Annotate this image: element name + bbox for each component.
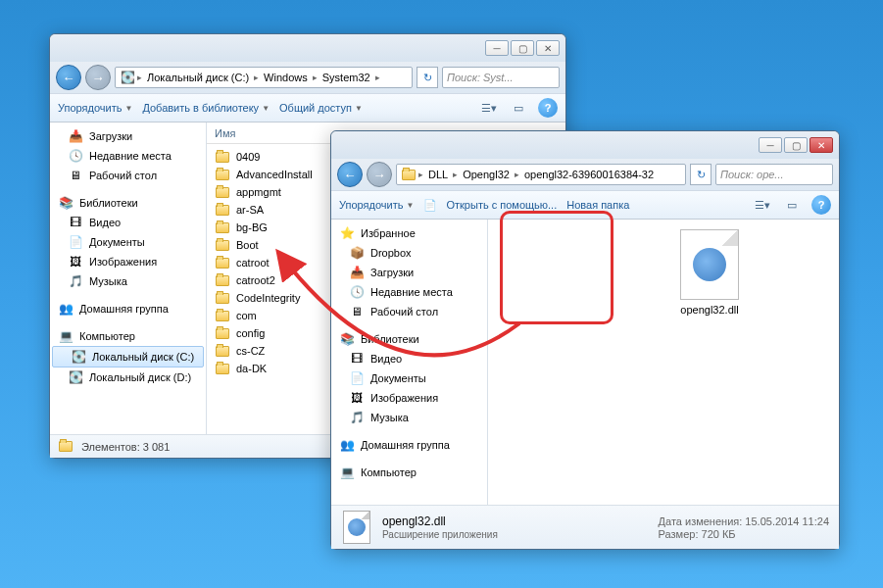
sidebar-item-drive-d[interactable]: 💽Локальный диск (D:) [50, 368, 206, 387]
sidebar-item-downloads[interactable]: 📥Загрузки [50, 126, 206, 146]
titlebar[interactable]: ─ ▢ ✕ [331, 131, 839, 159]
sidebar-item-videos[interactable]: 🎞Видео [331, 349, 487, 368]
refresh-button[interactable]: ↻ [417, 67, 438, 88]
document-icon: 📄 [68, 234, 83, 250]
help-button[interactable]: ? [811, 195, 831, 215]
search-input[interactable]: Поиск: Syst... [442, 67, 560, 88]
view-menu-button[interactable]: ☰▾ [753, 195, 772, 215]
document-icon: 📄 [349, 370, 365, 386]
new-folder-button[interactable]: Новая папка [566, 199, 629, 211]
homegroup-icon: 👥 [339, 437, 355, 453]
address-bar[interactable]: 💽 ▸ Локальный диск (C:) ▸ Windows ▸ Syst… [115, 67, 413, 88]
chevron-down-icon: ▼ [262, 104, 270, 113]
organize-button[interactable]: Упорядочить▼ [58, 102, 132, 114]
details-size-label: Размер: [659, 528, 699, 540]
sidebar-item-music[interactable]: 🎵Музыка [331, 408, 487, 427]
minimize-button[interactable]: ─ [759, 137, 782, 153]
details-filename: opengl32.dll [382, 514, 498, 528]
sidebar-item-drive-c[interactable]: 💽Локальный диск (C:) [52, 346, 204, 368]
preview-pane-button[interactable]: ▭ [782, 195, 802, 215]
recent-icon: 🕓 [68, 148, 83, 164]
sidebar-item-favorites[interactable]: ⭐Избранное [331, 223, 487, 243]
sidebar-item-dropbox[interactable]: 📦Dropbox [331, 243, 487, 263]
preview-pane-button[interactable]: ▭ [509, 98, 528, 118]
nav-row: ← → ▸ DLL ▸ Opengl32 ▸ opengl32-63960016… [331, 159, 839, 190]
libraries-icon: 📚 [339, 331, 355, 347]
folder-icon [215, 149, 230, 165]
breadcrumb[interactable]: opengl32-63960016384-32 [521, 169, 657, 180]
sidebar-item-pictures[interactable]: 🖼Изображения [331, 388, 487, 408]
sidebar-item-libraries[interactable]: 📚Библиотеки [50, 193, 206, 213]
sidebar-item-recent[interactable]: 🕓Недавние места [331, 282, 487, 302]
chevron-down-icon: ▼ [355, 104, 363, 113]
address-bar[interactable]: ▸ DLL ▸ Opengl32 ▸ opengl32-63960016384-… [396, 164, 686, 185]
breadcrumb[interactable]: DLL [425, 169, 451, 180]
chevron-right-icon: ▸ [313, 73, 318, 82]
help-button[interactable]: ? [538, 98, 558, 118]
music-icon: 🎵 [68, 273, 83, 289]
sidebar-item-homegroup[interactable]: 👥Домашняя группа [331, 435, 487, 455]
folder-icon [215, 167, 230, 182]
sidebar-item-music[interactable]: 🎵Музыка [50, 271, 206, 291]
folder-label: catroot [236, 257, 270, 269]
homegroup-icon: 👥 [58, 301, 74, 317]
content-pane[interactable]: opengl32.dll [488, 220, 839, 505]
close-button[interactable]: ✕ [809, 137, 833, 153]
chevron-right-icon: ▸ [375, 73, 380, 82]
sidebar: ⭐Избранное 📦Dropbox 📥Загрузки 🕓Недавние … [331, 220, 488, 505]
refresh-button[interactable]: ↻ [690, 164, 711, 185]
share-button[interactable]: Общий доступ▼ [279, 102, 363, 114]
open-with-button[interactable]: 📄 Открыть с помощью... [423, 199, 557, 212]
downloads-icon: 📥 [68, 128, 83, 144]
sidebar-item-homegroup[interactable]: 👥Домашняя группа [50, 299, 206, 318]
drive-icon: 💽 [120, 70, 135, 85]
breadcrumb[interactable]: Локальный диск (C:) [144, 72, 252, 83]
sidebar-item-documents[interactable]: 📄Документы [331, 368, 487, 388]
breadcrumb[interactable]: System32 [319, 72, 373, 83]
sidebar-item-libraries[interactable]: 📚Библиотеки [331, 329, 487, 349]
folder-label: bg-BG [236, 221, 268, 233]
back-button[interactable]: ← [337, 162, 363, 187]
file-name: opengl32.dll [664, 304, 755, 316]
folder-label: da-DK [236, 363, 267, 374]
sidebar-item-computer[interactable]: 💻Компьютер [331, 463, 487, 482]
add-to-library-button[interactable]: Добавить в библиотеку▼ [142, 102, 270, 114]
close-button[interactable]: ✕ [536, 40, 560, 56]
sidebar-item-videos[interactable]: 🎞Видео [50, 213, 206, 232]
video-icon: 🎞 [68, 215, 83, 230]
breadcrumb[interactable]: Opengl32 [460, 169, 513, 180]
picture-icon: 🖼 [349, 390, 365, 406]
sidebar-item-computer[interactable]: 💻Компьютер [50, 326, 206, 346]
recent-icon: 🕓 [349, 284, 365, 300]
dropbox-icon: 📦 [349, 245, 365, 261]
music-icon: 🎵 [349, 410, 365, 425]
drive-icon: 💽 [68, 369, 83, 385]
sidebar-item-documents[interactable]: 📄Документы [50, 232, 206, 252]
folder-icon [215, 237, 230, 253]
folder-icon [215, 308, 230, 323]
details-size: 720 КБ [702, 528, 736, 540]
chevron-down-icon: ▼ [406, 201, 414, 210]
forward-button[interactable]: → [367, 162, 392, 187]
file-item-opengl32[interactable]: opengl32.dll [664, 229, 755, 316]
search-input[interactable]: Поиск: ope... [715, 164, 833, 185]
view-menu-button[interactable]: ☰▾ [479, 98, 499, 118]
sidebar-item-downloads[interactable]: 📥Загрузки [331, 263, 487, 282]
back-button[interactable]: ← [56, 65, 81, 90]
sidebar-item-pictures[interactable]: 🖼Изображения [50, 252, 206, 271]
breadcrumb[interactable]: Windows [261, 72, 311, 83]
folder-icon [215, 184, 230, 200]
folder-label: config [236, 327, 265, 339]
folder-label: com [236, 310, 257, 321]
maximize-button[interactable]: ▢ [511, 40, 534, 56]
sidebar-item-desktop[interactable]: 🖥Рабочий стол [331, 302, 487, 321]
organize-button[interactable]: Упорядочить▼ [339, 199, 414, 211]
sidebar-item-recent[interactable]: 🕓Недавние места [50, 146, 206, 166]
titlebar[interactable]: ─ ▢ ✕ [50, 34, 565, 62]
details-pane: opengl32.dll Расширение приложения Дата … [331, 505, 839, 549]
forward-button[interactable]: → [85, 65, 111, 90]
sidebar-item-desktop[interactable]: 🖥Рабочий стол [50, 166, 206, 185]
minimize-button[interactable]: ─ [485, 40, 509, 56]
downloads-icon: 📥 [349, 265, 365, 280]
maximize-button[interactable]: ▢ [784, 137, 808, 153]
